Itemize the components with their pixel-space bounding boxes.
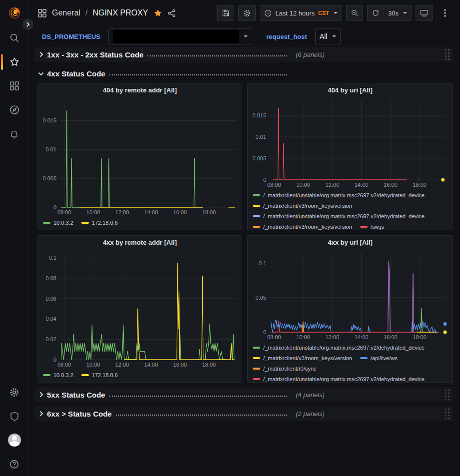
row-panel-count: (4 panels) [296,391,325,399]
save-icon [222,9,230,17]
help-icon [9,459,19,470]
variable-dropdown-request-host[interactable]: All [315,28,341,44]
legend-item[interactable]: 10.0.3.2 [43,217,73,228]
dashboard-navbar: General / NGINX PROXY [28,0,460,26]
legend-item[interactable]: 172.18.0.6 [81,370,118,380]
svg-text:10:00: 10:00 [296,334,310,340]
time-series-chart[interactable]: 08:0010:0012:0014:0016:0018:0000.050.1 [248,249,453,341]
legend-item[interactable]: /_matrix/client/unstable/org.matrix.msc2… [253,211,425,221]
legend-item[interactable]: 172.18.0.6 [81,217,118,228]
sidebar-item-help[interactable] [0,452,28,476]
time-series-chart[interactable]: 08:0010:0012:0014:0016:0018:0000.0050.01… [38,96,242,216]
legend-label: /_matrix/client/r0/sync [263,366,316,372]
legend-swatch [360,226,368,228]
share-icon[interactable] [167,9,176,17]
refresh-button[interactable] [367,5,384,21]
legend-label: /_matrix/client/unstable/org.matrix.msc2… [263,213,425,219]
panel-title[interactable]: 404 by uri [All] [248,83,453,96]
legend-label: 172.18.0.6 [92,220,118,226]
legend-swatch [253,357,260,359]
sidebar-item-dashboards[interactable] [0,74,28,98]
dashboard-title[interactable]: NGINX PROXY [92,8,148,17]
row-chevron-down-icon [38,71,44,76]
row-chevron-right-icon [38,392,44,398]
legend-item[interactable]: /_matrix/client/v3/room_keys/version [253,353,352,363]
sidebar-item-starred[interactable] [0,50,28,74]
legend-item[interactable]: /_matrix/client/v3/room_keys/version [253,200,352,211]
sidebar-item-explore[interactable] [0,98,28,122]
legend-label: 10.0.3.2 [53,220,73,226]
svg-text:0.015: 0.015 [252,112,266,118]
sidebar-item-search[interactable] [0,26,28,50]
panel-404-by-uri: 404 by uri [All] 08:0010:0012:0014:0016:… [247,83,453,230]
toolbar: Last 12 hours CST 30s [217,5,453,21]
breadcrumb: General / NGINX PROXY [37,8,176,18]
sidebar-item-server-admin[interactable] [0,404,28,428]
drag-handle-icon[interactable] [445,408,450,419]
clock-icon [264,9,272,17]
legend-swatch [253,378,260,380]
legend-label: /_matrix/client/v3/room_keys/version [263,203,352,209]
variables-bar: DS_PROMETHEUS request_host All [28,26,460,47]
legend-swatch [81,222,89,224]
svg-text:12:00: 12:00 [326,334,340,340]
svg-text:0.06: 0.06 [46,296,56,302]
row-6xx[interactable]: 6xx > Status Code (2 panels) [35,406,453,421]
caret-down-icon [334,12,338,14]
svg-text:16:00: 16:00 [173,362,187,368]
legend-item[interactable]: /_matrix/client/unstable/org.matrix.msc2… [253,374,425,382]
favorite-star-icon[interactable] [153,8,162,17]
legend-item[interactable]: 10.0.3.2 [43,370,73,380]
breadcrumb-separator: / [85,8,87,17]
breadcrumb-section[interactable]: General [52,8,80,17]
time-series-chart[interactable]: 08:0010:0012:0014:0016:0018:0000.020.040… [38,249,242,369]
refresh-interval-picker[interactable]: 30s [384,5,412,21]
variable-dropdown-ds[interactable] [108,28,252,44]
time-range-picker[interactable]: Last 12 hours CST [260,5,342,21]
panel-legend: /_matrix/client/unstable/org.matrix.msc2… [248,341,453,382]
dashboard-scroll-area[interactable]: 1xx - 3xx - 2xx Status Code (6 panels) 4… [28,47,460,476]
svg-text:0.01: 0.01 [256,134,266,140]
svg-text:14:00: 14:00 [355,182,369,188]
alerting-bell-icon [9,129,19,139]
sidebar-item-configuration[interactable] [0,380,28,404]
more-options-button[interactable] [437,5,453,21]
grafana-app: General / NGINX PROXY [0,0,460,476]
panel-title[interactable]: 4xx by remote addr [All] [38,236,242,249]
drag-handle-icon[interactable] [445,49,450,60]
tv-mode-button[interactable] [416,5,433,21]
row-title: 5xx Status Code [47,391,105,399]
svg-text:0.015: 0.015 [42,117,56,123]
panel-title[interactable]: 4xx by uri [All] [248,236,453,249]
legend-item[interactable]: /_matrix/client/unstable/org.matrix.msc2… [253,342,425,353]
sidebar-item-profile[interactable] [0,428,28,452]
time-series-chart[interactable]: 08:0010:0012:0014:0016:0018:0000.0050.01… [248,96,453,189]
legend-swatch [81,374,89,376]
legend-item[interactable]: /_matrix/client/unstable/org.matrix.msc2… [253,190,425,200]
dashboard-settings-button[interactable] [238,5,256,21]
save-dashboard-button[interactable] [217,5,234,21]
kebab-menu-icon [444,9,446,17]
legend-label: /_matrix/client/unstable/org.matrix.msc2… [263,345,425,351]
legend-item[interactable]: /_matrix/client/v3/room_keys/version [253,221,352,230]
panel-title[interactable]: 404 by remote addr [All] [38,83,242,96]
legend-item[interactable]: /_matrix/client/r0/sync [253,363,316,374]
drag-handle-icon[interactable] [445,389,450,400]
zoom-out-button[interactable] [346,5,363,21]
row-4xx[interactable]: 4xx Status Code [35,66,453,81]
row-chevron-right-icon [38,411,44,417]
grafana-logo-icon [7,6,21,20]
panel-legend: 10.0.3.2172.18.0.6 [38,369,242,380]
svg-text:08:00: 08:00 [57,209,71,215]
row-5xx[interactable]: 5xx Status Code (4 panels) [35,387,453,402]
apps-grid-icon [37,8,47,18]
legend-item[interactable]: /api/live/ws [360,353,398,363]
sidebar-item-alerting[interactable] [0,122,28,146]
svg-text:08:00: 08:00 [267,182,281,188]
row-1xx-3xx-2xx[interactable]: 1xx - 3xx - 2xx Status Code (6 panels) [35,47,453,62]
sidebar-bottom-group [0,380,28,476]
svg-text:18:00: 18:00 [202,209,216,215]
expand-sidebar-button[interactable] [22,18,34,30]
legend-label: /_matrix/client/v3/room_keys/version [263,355,352,361]
legend-item[interactable]: /sw.js [360,221,384,230]
